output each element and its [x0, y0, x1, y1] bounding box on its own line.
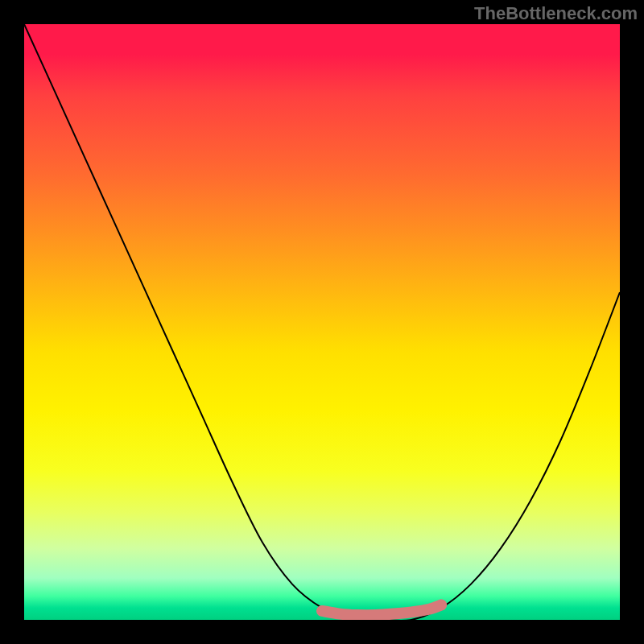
bottom-dot — [436, 600, 447, 611]
plot-area — [24, 24, 620, 620]
bottom-mark — [322, 605, 441, 616]
curve-svg — [24, 24, 620, 620]
bottleneck-curve — [24, 24, 620, 620]
chart-container: TheBottleneck.com — [0, 0, 644, 644]
watermark-text: TheBottleneck.com — [474, 3, 638, 24]
